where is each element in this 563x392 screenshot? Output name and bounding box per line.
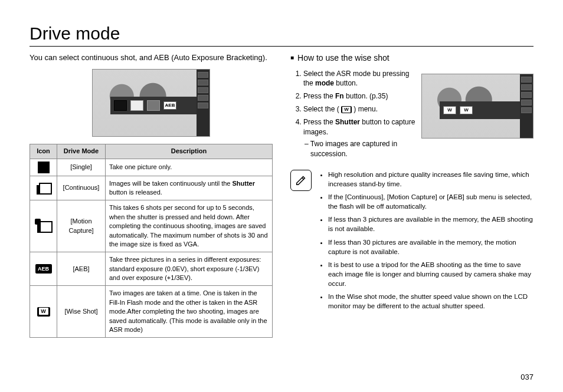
camera-screenshot-right: W W — [421, 74, 533, 139]
notes-list: High resolution and picture quality incr… — [317, 170, 533, 314]
table-row: [Wise Shot] Two images are taken at a ti… — [30, 286, 273, 338]
desc-cell: Images will be taken continuously until … — [106, 176, 273, 200]
strip-motion-icon — [147, 100, 160, 111]
note-pencil-icon — [290, 170, 312, 191]
th-mode: Drive Mode — [57, 144, 106, 159]
table-row: [Motion Capture] This takes 6 shots per … — [30, 200, 273, 252]
mode-cell: [AEB] — [57, 252, 106, 286]
strip-wise-icon: W — [443, 106, 456, 114]
table-row: [Continuous] Images will be taken contin… — [30, 176, 273, 200]
desc-cell: Take one picture only. — [106, 159, 273, 176]
th-icon: Icon — [30, 144, 57, 159]
mode-cell: [Single] — [57, 159, 106, 176]
note-item: High resolution and picture quality incr… — [328, 170, 533, 189]
note-item: If the [Continuous], [Motion Capture] or… — [328, 192, 533, 211]
note-item: In the Wise shot mode, the shutter speed… — [328, 292, 533, 311]
note-item: If less than 30 pictures are available i… — [328, 238, 533, 256]
aeb-icon: AEB — [35, 264, 52, 274]
table-row: AEB [AEB] Take three pictures in a serie… — [30, 252, 273, 286]
step-4-sub: Two images are captured in succession. — [303, 139, 533, 159]
page-number: 037 — [521, 373, 533, 381]
mode-cell: [Motion Capture] — [57, 200, 106, 252]
note-item: If less than 3 pictures are available in… — [328, 215, 533, 233]
camera-screenshot-left: AEB — [92, 69, 210, 137]
single-icon — [38, 162, 50, 173]
desc-cell: Two images are taken at a time. One is t… — [106, 286, 273, 338]
page-title: Drive mode — [30, 24, 533, 47]
desc-cell: Take three pictures in a series in diffe… — [106, 252, 273, 286]
note-item: It is best to use a tripod for the AEB s… — [328, 260, 533, 288]
desc-cell: This takes 6 shots per second for up to … — [106, 200, 273, 252]
strip-single-icon — [114, 100, 127, 111]
th-desc: Description — [106, 144, 273, 159]
motion-capture-icon — [36, 220, 51, 233]
intro-text: You can select continuous shot, and AEB … — [30, 52, 273, 63]
strip-wise-icon: W — [460, 106, 473, 114]
table-row: [Single] Take one picture only. — [30, 159, 273, 176]
mode-cell: [Continuous] — [57, 176, 106, 200]
continuous-icon — [37, 182, 51, 195]
strip-aeb-icon: AEB — [163, 101, 176, 110]
wise-shot-icon — [37, 307, 50, 317]
wise-shot-heading: How to use the wise shot — [290, 52, 533, 64]
wise-inline-icon — [341, 106, 352, 113]
drive-mode-table: Icon Drive Mode Description [Single] Tak… — [30, 144, 273, 338]
mode-cell: [Wise Shot] — [57, 286, 106, 338]
right-column: How to use the wise shot W W Select the … — [290, 52, 533, 338]
strip-continuous-icon — [130, 100, 143, 111]
left-column: You can select continuous shot, and AEB … — [30, 52, 273, 338]
